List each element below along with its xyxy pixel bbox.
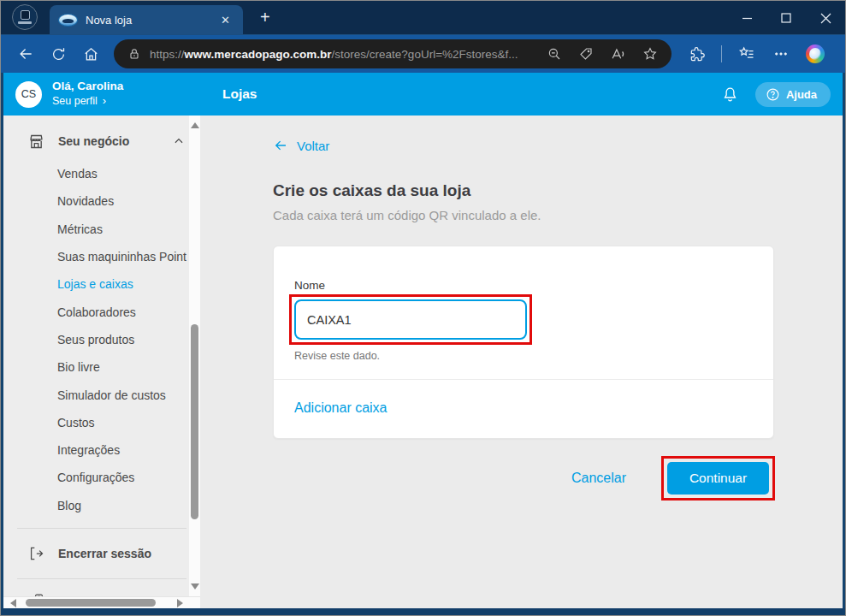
bell-icon [721, 86, 739, 104]
storefront-icon [27, 133, 45, 151]
sidebar-item-configuracoes[interactable]: Configurações [3, 464, 200, 491]
scroll-left-arrow-icon[interactable] [10, 599, 16, 607]
tab-bar: Nova loja ✕ + [1, 1, 845, 35]
page-subheading: Cada caixa terá um código QR vinculado a… [273, 208, 843, 222]
sidebar-section-label: Seu negócio [58, 134, 173, 148]
continue-button-wrap: Continuar [667, 462, 769, 495]
browser-toolbar: https://www.mercadopago.com.br/stores/cr… [1, 35, 845, 73]
maximize-icon [781, 13, 791, 23]
notifications-button[interactable] [716, 80, 745, 109]
maximize-button[interactable] [766, 1, 806, 35]
copilot-button[interactable] [801, 39, 830, 68]
main-panel: Lojas Ajuda Voltar Crie os caixas da sua… [200, 73, 843, 608]
main-header: Lojas Ajuda [200, 73, 843, 116]
refresh-button[interactable] [44, 39, 73, 68]
sidebar-horizontal-scrollbar[interactable] [3, 596, 200, 608]
tab-title: Nova loja [86, 14, 216, 27]
workspace-caption [18, 21, 32, 24]
address-bar[interactable]: https://www.mercadopago.com.br/stores/cr… [114, 39, 671, 68]
url-protocol: https:// [150, 48, 185, 61]
continue-button[interactable]: Continuar [667, 462, 769, 495]
sidebar-vertical-scrollbar[interactable] [189, 116, 200, 596]
favorite-star-icon[interactable] [642, 46, 658, 62]
sidebar-item-custos[interactable]: Custos [3, 409, 200, 436]
sidebar-item-integracoes[interactable]: Integrações [3, 436, 200, 464]
browser-window: Nova loja ✕ + https://www. [0, 0, 846, 616]
add-caixa-link[interactable]: Adicionar caixa [294, 400, 388, 415]
zoom-out-icon[interactable] [547, 46, 562, 62]
logout-label: Encerrar sessão [58, 547, 151, 560]
sidebar-item-suas-maquininhas-point[interactable]: Suas maquininhas Point [3, 243, 200, 270]
question-circle-icon [766, 87, 780, 102]
sidebar-items: Vendas Novidades Métricas Suas maquininh… [3, 160, 200, 519]
minimize-button[interactable] [727, 1, 766, 35]
mercadopago-favicon-icon [58, 14, 78, 27]
sidebar-item-vendas[interactable]: Vendas [3, 160, 200, 187]
vertical-scrollbar-thumb[interactable] [191, 324, 198, 519]
extensions-button[interactable] [682, 39, 711, 68]
sidebar-item-simulador-de-custos[interactable]: Simulador de custos [3, 381, 200, 408]
help-button[interactable]: Ajuda [755, 82, 831, 107]
lock-icon [127, 47, 141, 61]
favorites-hub-button[interactable] [732, 39, 761, 68]
back-link-label: Voltar [297, 139, 329, 153]
url-text: https://www.mercadopago.com.br/stores/cr… [150, 48, 535, 61]
minimize-icon [742, 13, 753, 24]
close-window-button[interactable] [806, 1, 845, 35]
sidebar-item-blog[interactable]: Blog [3, 492, 200, 519]
page-heading: Crie os caixas da sua loja [273, 181, 843, 200]
more-ellipsis-icon [773, 46, 789, 62]
copilot-icon [806, 44, 825, 63]
read-aloud-icon[interactable] [610, 46, 626, 62]
refresh-icon [50, 46, 67, 62]
name-input[interactable] [294, 299, 527, 340]
workspace-app-icon [21, 10, 30, 20]
caixa-card: Nome Revise este dado. Adicionar caixa [273, 246, 774, 439]
sidebar-profile-header[interactable]: CS Olá, Carolina Seu perfil› [3, 73, 200, 116]
extensions-puzzle-icon [689, 46, 705, 62]
profile-greeting: Olá, Carolina [52, 80, 123, 94]
tag-icon[interactable] [578, 46, 594, 62]
avatar: CS [15, 81, 42, 108]
logout-icon [27, 545, 44, 562]
profile-link[interactable]: Seu perfil› [52, 94, 123, 109]
add-caixa-section: Adicionar caixa [274, 380, 773, 438]
url-path: /stores/create?goUrl=%2Fstores&f... [332, 48, 518, 61]
sidebar-item-colaboradores[interactable]: Colaboradores [3, 298, 200, 325]
back-button[interactable] [11, 39, 40, 68]
sidebar-item-novidades[interactable]: Novidades [3, 187, 200, 215]
settings-more-button[interactable] [766, 39, 796, 68]
tab-close-icon[interactable]: ✕ [216, 12, 234, 28]
browser-profile-badge[interactable] [12, 4, 38, 30]
back-arrow-icon [17, 45, 34, 62]
cancel-button[interactable]: Cancelar [571, 471, 626, 486]
logout-button[interactable]: Encerrar sessão [3, 537, 200, 570]
home-button[interactable] [76, 39, 105, 68]
main-content: Voltar Crie os caixas da sua loja Cada c… [200, 116, 843, 608]
sidebar-item-lojas-e-caixas[interactable]: Lojas e caixas [3, 270, 200, 298]
sidebar-section-seu-negocio[interactable]: Seu negócio [3, 122, 200, 160]
scroll-up-arrow-icon[interactable] [191, 122, 199, 128]
address-bar-icons [547, 46, 658, 62]
back-link[interactable]: Voltar [273, 138, 329, 153]
horizontal-scrollbar-thumb[interactable] [26, 599, 156, 607]
home-icon [83, 46, 99, 62]
caixa-form-section: Nome Revise este dado. [274, 246, 773, 379]
new-tab-button[interactable]: + [260, 8, 270, 27]
chevron-up-icon [173, 135, 185, 147]
sidebar-item-bio-livre[interactable]: Bio livre [3, 353, 200, 381]
scroll-down-arrow-icon[interactable] [191, 583, 199, 589]
sidebar-item-metricas[interactable]: Métricas [3, 216, 200, 243]
sidebar-item-seus-produtos[interactable]: Seus produtos [3, 326, 200, 353]
app-area: CS Olá, Carolina Seu perfil› Seu negócio [1, 73, 845, 608]
back-arrow-icon [273, 138, 288, 153]
favorites-list-icon [738, 45, 755, 62]
window-controls [727, 1, 845, 35]
scroll-right-arrow-icon[interactable] [177, 599, 183, 607]
help-label: Ajuda [786, 88, 817, 101]
window-bottom-frame [1, 608, 845, 615]
sidebar-divider [17, 578, 186, 579]
browser-tab[interactable]: Nova loja ✕ [50, 5, 243, 34]
close-icon [820, 13, 831, 24]
sidebar-menu: Seu negócio Vendas Novidades [3, 116, 200, 608]
